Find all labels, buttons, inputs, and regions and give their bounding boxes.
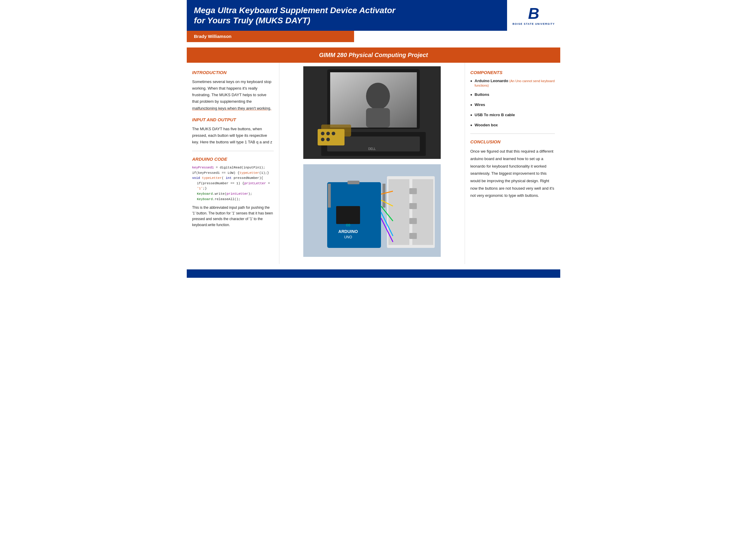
svg-point-4 xyxy=(366,83,390,110)
logo-letter: B xyxy=(528,6,539,21)
svg-rect-10 xyxy=(318,129,344,145)
code-line-5: Keyboard.write(printLetter); xyxy=(192,191,274,197)
svg-point-15 xyxy=(326,138,330,141)
svg-rect-36 xyxy=(347,181,359,184)
component-item-5: • Wooden box xyxy=(470,123,555,128)
laptop-photo-svg: DELL xyxy=(303,66,441,159)
component-item-2: • Buttons xyxy=(470,92,555,98)
svg-point-11 xyxy=(321,132,325,135)
page-title: Mega Ultra Keyboard Supplement Device Ac… xyxy=(194,5,397,25)
intro-heading: INTRODUCTION xyxy=(192,70,274,75)
code-block: keyPressed1 = digitalRead(inputPin1); if… xyxy=(192,165,274,202)
svg-point-13 xyxy=(332,132,335,135)
svg-rect-26 xyxy=(383,184,385,208)
bullet-5: • xyxy=(470,123,472,128)
svg-rect-25 xyxy=(328,184,331,208)
code-description: This is the abbreviated input path for p… xyxy=(192,205,274,228)
svg-rect-30 xyxy=(409,233,417,239)
bullet-1: • xyxy=(470,79,472,84)
center-column: DELL xyxy=(279,63,465,264)
svg-text:ARDUINO: ARDUINO xyxy=(338,229,358,234)
logo-area: B BOISE STATE UNIVERSITY xyxy=(507,0,560,31)
divider-1 xyxy=(192,151,274,151)
header: Mega Ultra Keyboard Supplement Device Ac… xyxy=(187,0,560,31)
components-list: • Arduino Leonardo (An Uno cannot send k… xyxy=(470,79,555,128)
svg-text:DELL: DELL xyxy=(368,147,376,151)
conclusion-text: Once we figured out that this required a… xyxy=(470,148,555,199)
component-name-3: Wires xyxy=(474,102,485,107)
conclusion-heading: CONCLUSION xyxy=(470,139,555,144)
bullet-3: • xyxy=(470,102,472,108)
intro-text: Sometimes several keys on my keyboard st… xyxy=(192,79,274,111)
svg-point-14 xyxy=(321,138,325,141)
component-name-4: USB To micro B cable xyxy=(474,113,515,117)
bullet-4: • xyxy=(470,113,472,118)
main-content: INTRODUCTION Sometimes several keys on m… xyxy=(187,63,560,264)
component-name-1: Arduino Leonardo xyxy=(474,79,508,83)
code-line-3: void typeLetter( int pressedNumber){ xyxy=(192,176,274,181)
code-line-6: Keyboard.releaseAll(); xyxy=(192,197,274,202)
svg-rect-5 xyxy=(366,108,390,128)
svg-rect-29 xyxy=(409,218,417,224)
code-line-2: if(keyPressed1 == LOW) {typeLetter(1);} xyxy=(192,170,274,176)
svg-rect-27 xyxy=(409,188,417,194)
svg-rect-28 xyxy=(409,203,417,209)
code-line-4: if(pressedNumber == 1) {printLetter = '1… xyxy=(192,181,274,191)
component-item-3: • Wires xyxy=(470,102,555,108)
banner-title: GIMM 280 Physical Computing Project xyxy=(319,52,428,58)
bullet-2: • xyxy=(470,92,472,98)
svg-point-12 xyxy=(326,132,330,135)
author-name: Brady Williamson xyxy=(194,34,232,39)
io-text: The MUKS DAYT has five buttons, when pre… xyxy=(192,126,274,145)
arduino-photo-svg: ARDUINO UNO ∞ xyxy=(303,164,441,257)
footer-bar xyxy=(187,269,560,278)
svg-text:UNO: UNO xyxy=(344,235,352,239)
left-column: INTRODUCTION Sometimes several keys on m… xyxy=(187,63,279,264)
component-name-5: Wooden box xyxy=(474,123,498,127)
code-line-1: keyPressed1 = digitalRead(inputPin1); xyxy=(192,165,274,170)
component-name-2: Buttons xyxy=(474,92,489,97)
io-heading: INPUT AND OUTPUT xyxy=(192,117,274,122)
logo-text: BOISE STATE UNIVERSITY xyxy=(512,22,555,25)
author-bar: Brady Williamson xyxy=(187,31,354,42)
code-heading: ARDUINO CODE xyxy=(192,157,274,162)
component-item-4: • USB To micro B cable xyxy=(470,113,555,118)
photo-laptop: DELL xyxy=(303,66,441,159)
photo-arduino: ARDUINO UNO ∞ xyxy=(303,164,441,257)
component-item-1: • Arduino Leonardo (An Uno cannot send k… xyxy=(470,79,555,87)
components-heading: COMPONENTS xyxy=(470,70,555,75)
svg-text:∞: ∞ xyxy=(346,221,351,229)
right-column: COMPONENTS • Arduino Leonardo (An Uno ca… xyxy=(465,63,560,264)
section-banner: GIMM 280 Physical Computing Project xyxy=(187,48,560,63)
svg-rect-18 xyxy=(388,179,409,245)
